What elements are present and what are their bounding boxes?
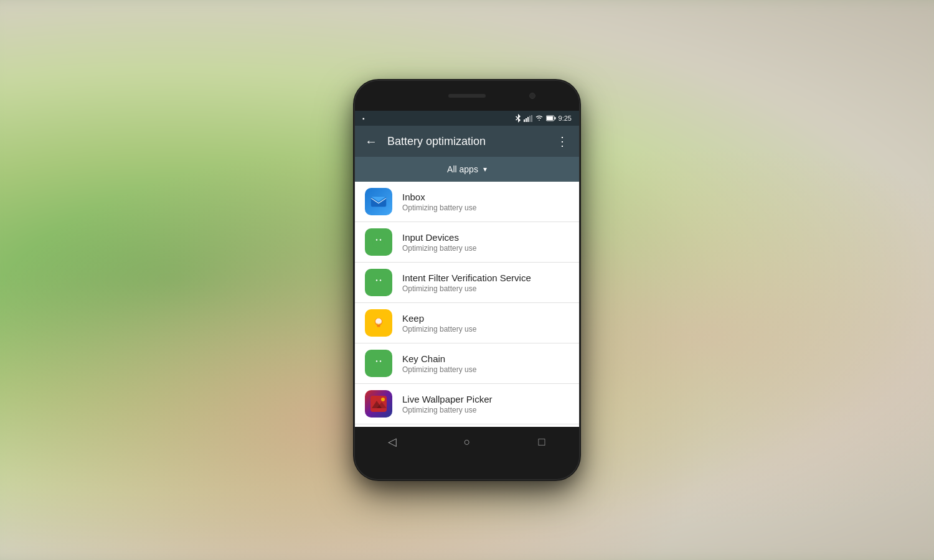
svg-line-28: [374, 276, 376, 278]
svg-rect-46: [384, 363, 387, 365]
dropdown-bar[interactable]: All apps ▾: [355, 157, 579, 182]
wallpaper-icon: [365, 390, 392, 418]
svg-point-16: [376, 239, 377, 240]
bluetooth-icon: [515, 114, 521, 123]
list-item[interactable]: Input Devices Optimizing battery use: [355, 222, 579, 263]
all-apps-dropdown[interactable]: All apps ▾: [447, 164, 487, 174]
camera: [529, 93, 535, 99]
status-right: 9:25: [515, 114, 572, 123]
svg-rect-4: [531, 115, 532, 122]
dropdown-label: All apps: [447, 164, 478, 174]
svg-rect-20: [370, 242, 373, 244]
svg-rect-6: [547, 116, 553, 120]
svg-rect-7: [554, 117, 555, 119]
inbox-icon: [365, 188, 392, 215]
svg-point-15: [374, 236, 383, 244]
svg-point-25: [374, 277, 383, 284]
keep-icon: [365, 309, 392, 337]
status-time: 9:25: [559, 114, 572, 122]
screen: ▪: [355, 111, 579, 427]
bottom-bezel: [355, 457, 579, 479]
svg-rect-0: [524, 119, 525, 122]
phone-wrapper: ▪: [355, 81, 579, 479]
status-bar: ▪: [355, 111, 579, 126]
svg-rect-37: [377, 326, 380, 327]
svg-rect-3: [529, 116, 531, 122]
bottom-nav: ◁ ○ □: [355, 427, 579, 457]
back-nav-button[interactable]: ◁: [380, 429, 405, 454]
wallpaper-name: Live Wallpaper Picker: [402, 394, 493, 404]
recents-nav-button[interactable]: □: [529, 429, 554, 454]
svg-rect-47: [375, 368, 377, 371]
svg-rect-31: [384, 282, 387, 284]
wifi-icon: [535, 115, 544, 121]
svg-rect-21: [384, 242, 387, 244]
speaker: [448, 94, 486, 98]
app-list: Inbox Optimizing battery use: [355, 182, 579, 427]
input-devices-name: Input Devices: [402, 232, 476, 243]
svg-line-29: [381, 276, 383, 278]
svg-rect-45: [370, 363, 373, 365]
toolbar-title: Battery optimization: [387, 135, 556, 148]
phone: ▪: [355, 81, 579, 479]
svg-point-40: [374, 358, 383, 365]
keychain-status: Optimizing battery use: [402, 365, 476, 374]
back-button[interactable]: ←: [365, 135, 377, 147]
svg-point-38: [375, 319, 382, 325]
wallpaper-status: Optimizing battery use: [402, 406, 493, 414]
svg-rect-22: [375, 247, 377, 250]
svg-rect-32: [375, 287, 377, 290]
keychain-icon: [365, 350, 392, 377]
svg-line-44: [381, 357, 383, 358]
keychain-info: Key Chain Optimizing battery use: [402, 353, 476, 374]
svg-point-17: [380, 239, 381, 240]
svg-rect-23: [380, 247, 382, 250]
keychain-name: Key Chain: [402, 353, 476, 364]
svg-point-42: [380, 360, 381, 362]
input-devices-info: Input Devices Optimizing battery use: [402, 232, 476, 253]
top-bezel: [355, 81, 579, 111]
notification-icon: ▪: [362, 115, 365, 122]
inbox-status: Optimizing battery use: [402, 203, 476, 212]
list-item[interactable]: Intent Filter Verification Service Optim…: [355, 263, 579, 303]
status-left: ▪: [362, 115, 365, 122]
svg-rect-48: [380, 368, 382, 371]
list-item[interactable]: Inbox Optimizing battery use: [355, 182, 579, 222]
intent-filter-status: Optimizing battery use: [402, 284, 531, 293]
svg-line-19: [381, 235, 383, 237]
home-nav-button[interactable]: ○: [455, 429, 479, 454]
input-devices-icon: [365, 228, 392, 256]
svg-rect-1: [526, 118, 527, 122]
signal-icon: [524, 115, 532, 122]
more-button[interactable]: ⋮: [556, 134, 569, 149]
svg-point-52: [381, 398, 385, 401]
svg-point-27: [380, 279, 381, 281]
battery-icon: [546, 115, 556, 121]
dropdown-arrow: ▾: [483, 165, 487, 174]
svg-rect-36: [377, 325, 380, 326]
svg-line-18: [374, 235, 376, 237]
svg-line-43: [374, 357, 376, 358]
intent-filter-name: Intent Filter Verification Service: [402, 273, 531, 283]
svg-point-26: [376, 279, 377, 281]
list-item[interactable]: Key Chain Optimizing battery use: [355, 343, 579, 384]
keep-status: Optimizing battery use: [402, 325, 476, 334]
svg-rect-33: [380, 287, 382, 290]
input-devices-status: Optimizing battery use: [402, 244, 476, 253]
inbox-info: Inbox Optimizing battery use: [402, 192, 476, 212]
intent-filter-icon: [365, 269, 392, 296]
keep-name: Keep: [402, 313, 476, 324]
toolbar: ← Battery optimization ⋮: [355, 126, 579, 157]
inbox-name: Inbox: [402, 192, 476, 202]
list-item[interactable]: Live Wallpaper Picker Optimizing battery…: [355, 384, 579, 424]
keep-info: Keep Optimizing battery use: [402, 313, 476, 334]
intent-filter-info: Intent Filter Verification Service Optim…: [402, 273, 531, 293]
list-item[interactable]: Keep Optimizing battery use: [355, 303, 579, 343]
svg-point-41: [376, 360, 377, 362]
wallpaper-info: Live Wallpaper Picker Optimizing battery…: [402, 394, 493, 414]
svg-rect-2: [527, 117, 529, 122]
svg-rect-30: [370, 282, 373, 284]
